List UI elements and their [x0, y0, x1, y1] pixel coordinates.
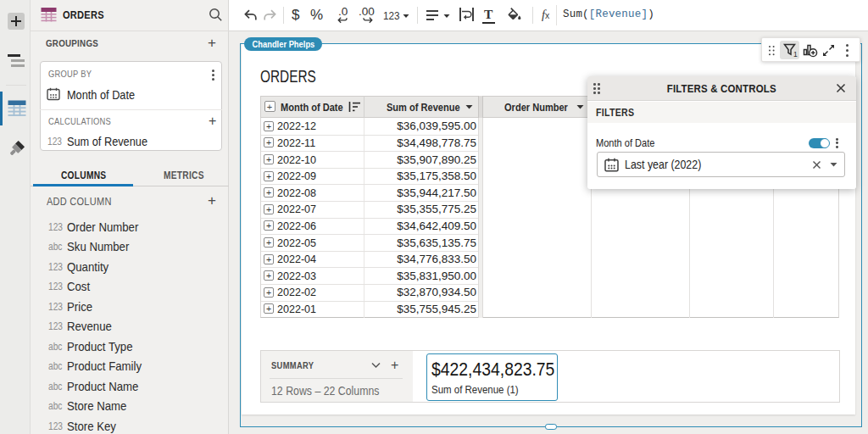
svg-text:1: 1	[793, 50, 798, 58]
